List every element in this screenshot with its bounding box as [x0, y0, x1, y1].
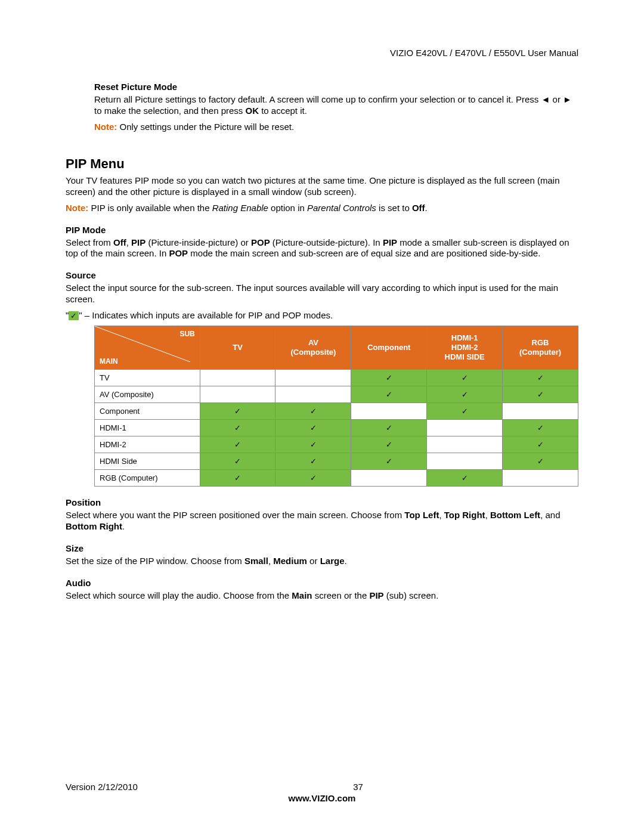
- audio-heading: Audio: [66, 578, 578, 588]
- unavailable-cell: [503, 403, 578, 420]
- table-row: TV✓✓✓: [95, 370, 578, 386]
- opt: Top Right: [444, 510, 485, 520]
- available-cell: ✓: [351, 386, 427, 403]
- col-header: HDMI-1HDMI-2HDMI SIDE: [427, 326, 503, 370]
- position-heading: Position: [66, 497, 578, 507]
- text: is set to: [376, 203, 412, 213]
- unavailable-cell: [275, 386, 351, 403]
- col-header-line: (Computer): [507, 348, 573, 357]
- col-header-line: HDMI-1: [432, 333, 497, 343]
- text: .: [122, 521, 125, 531]
- available-cell: ✓: [427, 386, 503, 403]
- text: PIP is only available when the: [88, 203, 212, 213]
- row-label: HDMI-2: [95, 436, 200, 453]
- legend: "✓" – Indicates which inputs are availab…: [66, 310, 578, 321]
- size-body: Set the size of the PIP window. Choose f…: [66, 556, 578, 567]
- opt: Main: [292, 590, 312, 600]
- table-row: Component✓✓✓: [95, 403, 578, 420]
- col-header: TV: [200, 326, 275, 370]
- available-cell: ✓: [275, 436, 351, 453]
- text: or: [307, 556, 320, 566]
- text: screen or the: [312, 590, 370, 600]
- available-cell: ✓: [275, 470, 351, 487]
- check-icon: ✓: [69, 311, 79, 321]
- right-arrow-icon: ►: [563, 94, 572, 104]
- row-label: TV: [95, 370, 200, 386]
- text: .: [425, 203, 428, 213]
- available-cell: ✓: [200, 470, 275, 487]
- text: to accept it.: [259, 106, 307, 116]
- available-cell: ✓: [275, 453, 351, 470]
- available-cell: ✓: [427, 403, 503, 420]
- unavailable-cell: [200, 370, 275, 386]
- available-cell: ✓: [200, 420, 275, 436]
- available-cell: ✓: [200, 436, 275, 453]
- text: .: [344, 556, 346, 566]
- parental-controls: Parental Controls: [307, 203, 376, 213]
- off: Off: [113, 237, 126, 247]
- unavailable-cell: [427, 436, 503, 453]
- col-header-line: Component: [356, 343, 422, 352]
- text: Set the size of the PIP window. Choose f…: [66, 556, 244, 566]
- url: www.VIZIO.com: [66, 793, 578, 803]
- row-label: HDMI Side: [95, 453, 200, 470]
- text: Select which source will play the audio.…: [66, 590, 292, 600]
- col-header-line: (Composite): [280, 348, 346, 357]
- text: mode the main screen and sub-screen are …: [188, 248, 540, 258]
- diag-header: SUB MAIN: [95, 326, 200, 370]
- opt: Medium: [273, 556, 307, 566]
- text: option in: [268, 203, 307, 213]
- available-cell: ✓: [427, 370, 503, 386]
- pip-mode-heading: PIP Mode: [66, 225, 578, 235]
- note-label: Note:: [94, 122, 117, 132]
- unavailable-cell: [351, 470, 427, 487]
- table-row: HDMI-2✓✓✓✓: [95, 436, 578, 453]
- pip: PIP: [131, 237, 145, 247]
- col-header-line: AV: [280, 338, 346, 348]
- available-cell: ✓: [351, 436, 427, 453]
- unavailable-cell: [427, 420, 503, 436]
- text: Only settings under the Picture will be …: [117, 122, 294, 132]
- pip-source-table: SUB MAIN TVAV(Composite)ComponentHDMI-1H…: [94, 326, 578, 487]
- unavailable-cell: [503, 470, 578, 487]
- pip-note: Note: PIP is only available when the Rat…: [66, 203, 578, 214]
- audio-body: Select which source will play the audio.…: [66, 590, 578, 602]
- row-label: Component: [95, 403, 200, 420]
- text: Return all Picture settings to factory d…: [94, 94, 541, 104]
- svg-line-0: [95, 326, 190, 362]
- col-header-line: RGB: [507, 338, 573, 348]
- available-cell: ✓: [351, 420, 427, 436]
- row-label: AV (Composite): [95, 386, 200, 403]
- available-cell: ✓: [503, 420, 578, 436]
- main-label: MAIN: [100, 357, 118, 366]
- text: or: [550, 94, 563, 104]
- col-header: Component: [351, 326, 427, 370]
- pop2: POP: [169, 248, 188, 258]
- available-cell: ✓: [200, 453, 275, 470]
- table-row: HDMI-1✓✓✓✓: [95, 420, 578, 436]
- text: (Picture-inside-picture) or: [145, 237, 251, 247]
- table-header-row: SUB MAIN TVAV(Composite)ComponentHDMI-1H…: [95, 326, 578, 370]
- col-header-line: HDMI SIDE: [432, 352, 497, 362]
- text: ,: [485, 510, 490, 520]
- unavailable-cell: [200, 386, 275, 403]
- text: to make the selection, and then press: [94, 106, 245, 116]
- available-cell: ✓: [351, 370, 427, 386]
- available-cell: ✓: [503, 370, 578, 386]
- available-cell: ✓: [351, 453, 427, 470]
- pip-menu-heading: PIP Menu: [66, 156, 578, 172]
- col-header-line: TV: [205, 343, 271, 352]
- sub-label: SUB: [179, 330, 194, 338]
- text: ,: [439, 510, 444, 520]
- available-cell: ✓: [200, 403, 275, 420]
- col-header: RGB(Computer): [503, 326, 578, 370]
- opt: Bottom Left: [490, 510, 540, 520]
- note-label: Note:: [66, 203, 88, 213]
- ok-label: OK: [245, 106, 259, 116]
- text: ,: [126, 237, 131, 247]
- page-number: 37: [66, 782, 578, 792]
- pop: POP: [251, 237, 270, 247]
- source-heading: Source: [66, 270, 578, 280]
- left-arrow-icon: ◄: [541, 94, 550, 104]
- page: VIZIO E420VL / E470VL / E550VL User Manu…: [0, 0, 644, 833]
